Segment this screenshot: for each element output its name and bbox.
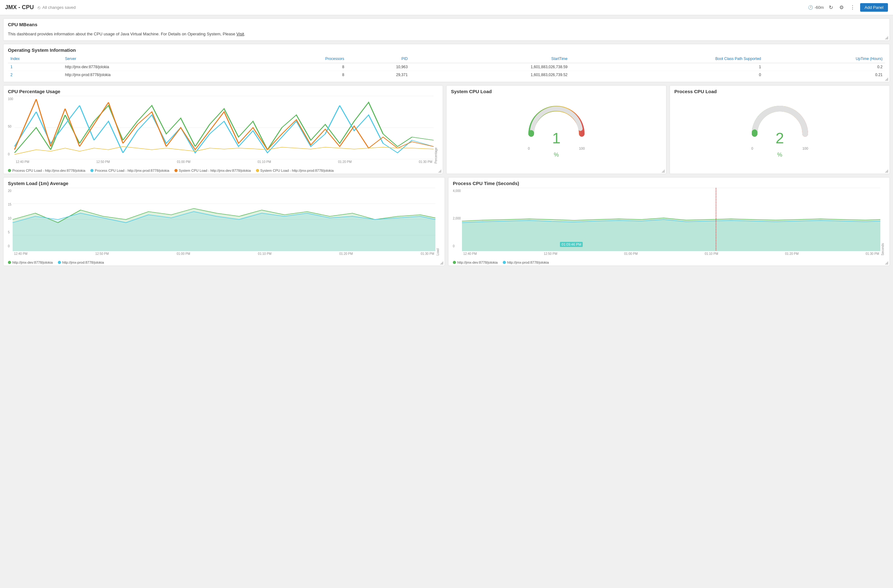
filter-icon[interactable]: ⚙ [838,3,845,12]
cpu-usage-chart-wrapper: 100 50 0 [8,96,438,164]
col-uptime: UpTime (Hours) [764,55,885,63]
system-load-chart-area: 20 15 10 5 0 [3,188,445,259]
col-server: Server [63,55,255,63]
process-cpu-gauge-container: 2 0 100 % [670,96,890,161]
header-right: 🕐 -60m ↻ ⚙ ⋮ Add Panel [808,3,888,12]
system-load-legend: http://jmx-dev:8778/jolokia http://jmx-p… [3,259,445,266]
share-icon: ⎋ [38,5,41,10]
legend-load-dev: http://jmx-dev:8778/jolokia [8,261,53,264]
process-cpu-gauge-panel: Process CPU Load 2 [670,85,890,174]
system-load-svg-container: 12:40 PM 12:50 PM 01:00 PM 01:10 PM 01:2… [13,188,436,255]
visit-link[interactable]: Visit [236,32,244,36]
main-content: CPU MBeans This dashboard provides infor… [0,15,893,269]
y-tick-50: 50 [8,125,13,128]
resize-handle-4[interactable]: ◢ [661,168,665,173]
legend-dot-cyan-3 [503,261,506,264]
legend-load-prod: http://jmx-prod:8778/jolokia [58,261,104,264]
cell-value: 29,371 [347,71,410,79]
system-cpu-gauge-unit: % [553,152,559,158]
legend-time-prod: http://jmx-prod:8778/jolokia [503,261,549,264]
cell-index: 1 [8,63,63,71]
cpu-usage-svg [15,96,433,159]
process-cpu-time-x-labels: 12:40 PM 12:50 PM 01:00 PM 01:10 PM 01:2… [462,252,880,255]
process-cpu-time-panel: Process CPU Time (Seconds) 4,000 2,000 0 [448,177,890,266]
legend-dot-green-3 [453,261,456,264]
table-row: 2http://jmx-prod:8778/jolokia829,3711,60… [8,71,885,79]
tooltip-time-marker: 01:09:46 PM [560,242,583,247]
col-starttime: StartTime [410,55,570,63]
resize-handle-3[interactable]: ◢ [438,168,442,173]
gauge-min-label: 0 [528,147,530,150]
cpu-usage-chart-area: 100 50 0 [3,96,443,167]
legend-dot-orange [174,169,177,172]
process-cpu-time-legend: http://jmx-dev:8778/jolokia http://jmx-p… [448,259,890,266]
header: JMX - CPU ⎋ All changes saved 🕐 -60m ↻ ⚙… [0,0,893,15]
add-panel-button[interactable]: Add Panel [860,3,888,12]
system-load-y-label: Load [436,188,440,255]
system-load-chart-wrapper: 20 15 10 5 0 [8,188,440,255]
cell-value: 1 [570,63,764,71]
resize-handle-7[interactable]: ◢ [885,260,888,265]
svg-marker-14 [462,219,880,251]
cell-value: 8 [255,63,347,71]
clock-icon: 🕐 [808,5,813,10]
cell-value: 0 [570,71,764,79]
process-cpu-time-chart-wrapper: 4,000 2,000 0 [453,188,885,255]
cpu-usage-panel: CPU Percentage Usage 100 50 0 [3,85,443,174]
process-cpu-time-svg [462,188,880,251]
dashboard-title: JMX - CPU [5,4,34,11]
table-row: 1http://jmx-dev:8778/jolokia810,9631,601… [8,63,885,71]
header-left: JMX - CPU ⎋ All changes saved [5,4,76,11]
cpu-mbeans-panel: CPU MBeans This dashboard provides infor… [3,18,890,41]
process-cpu-time-chart-area: 4,000 2,000 0 [448,188,890,259]
system-cpu-gauge-value: 1 [552,131,561,146]
cell-value: 1,601,883,026,738.59 [410,63,570,71]
bottom-row: System Load (1m) Average 20 15 10 5 0 [3,177,890,266]
legend-dot-green-2 [8,261,11,264]
legend-system-dev: System CPU Load - http://jmx-dev:8778/jo… [174,169,251,172]
gauge2-min-label: 0 [752,147,753,150]
system-cpu-gauge-value-container: 1 [552,131,561,146]
col-bootclasspath: Boot Class Path Supported [570,55,764,63]
refresh-icon[interactable]: ↻ [828,3,834,12]
resize-handle[interactable]: ◢ [885,35,888,40]
legend-dot-green [8,169,11,172]
col-index: Index [8,55,63,63]
cpu-usage-title: CPU Percentage Usage [3,86,443,96]
os-info-panel: Operating System Information Index Serve… [3,44,890,82]
process-cpu-gauge-value-container: 2 [776,131,784,146]
legend-dot-cyan-2 [58,261,61,264]
cell-value: 1,601,883,026,739.52 [410,71,570,79]
process-cpu-time-y-label: Seconds [880,188,885,255]
system-load-svg [13,188,436,251]
cell-server: http://jmx-prod:8778/jolokia [63,71,255,79]
legend-system-prod: System CPU Load - http://jmx-prod:8778/j… [256,169,334,172]
time-range-value: -60m [814,5,824,10]
system-load-panel: System Load (1m) Average 20 15 10 5 0 [3,177,445,266]
system-load-y-ticks: 20 15 10 5 0 [8,188,11,255]
save-status-area: ⎋ All changes saved [38,5,76,10]
legend-process-dev: Process CPU Load - http://jmx-dev:8778/j… [8,169,85,172]
system-load-x-labels: 12:40 PM 12:50 PM 01:00 PM 01:10 PM 01:2… [13,252,436,255]
process-cpu-time-title: Process CPU Time (Seconds) [448,177,890,188]
gauge2-max-label: 100 [802,147,808,150]
cpu-usage-svg-container: 12:40 PM 12:50 PM 01:00 PM 01:10 PM 01:2… [15,96,433,164]
system-cpu-gauge-panel: System CPU Load [446,85,666,174]
legend-dot-cyan [90,169,93,172]
system-cpu-gauge-title: System CPU Load [446,86,666,96]
process-cpu-time-svg-container: 01:09:46 PM 12:40 PM 12:50 PM 01:00 PM 0… [462,188,880,255]
cpu-mbeans-description: This dashboard provides information abou… [3,29,890,40]
resize-handle-2[interactable]: ◢ [885,76,888,81]
more-options-icon[interactable]: ⋮ [849,3,856,12]
cpu-usage-x-labels: 12:40 PM 12:50 PM 01:00 PM 01:10 PM 01:2… [15,160,433,164]
os-info-table-container: Index Server Processors PID StartTime Bo… [3,55,890,79]
system-load-title: System Load (1m) Average [3,177,445,188]
cell-value: 0.21 [764,71,885,79]
resize-handle-6[interactable]: ◢ [440,260,443,265]
process-cpu-gauge-value: 2 [776,131,784,146]
resize-handle-5[interactable]: ◢ [885,168,888,173]
time-range-picker[interactable]: 🕐 -60m [808,5,824,10]
col-processors: Processors [255,55,347,63]
system-cpu-gauge-container: 1 0 100 % [446,96,666,161]
system-cpu-gauge-labels: 0 100 [528,147,585,150]
